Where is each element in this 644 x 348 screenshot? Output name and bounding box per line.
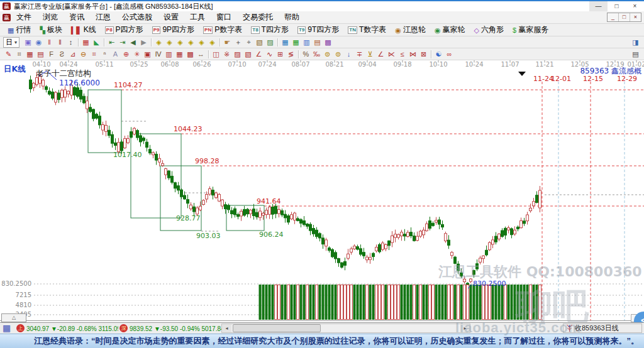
scroll-left-icon[interactable]: ◂ bbox=[222, 324, 231, 332]
draw-tool-17[interactable]: ▩ bbox=[185, 49, 196, 59]
draw-tool-23[interactable]: ▧ bbox=[243, 49, 253, 59]
draw-tool-34[interactable]: ∓ bbox=[354, 49, 365, 59]
toolbar-button-4[interactable]: P99P四方形 bbox=[148, 24, 199, 35]
draw-tool-24[interactable]: ∠ bbox=[253, 49, 264, 59]
draw-tool-20[interactable]: ◫ bbox=[211, 49, 221, 59]
toolbar-button-9[interactable]: ◉江恩轮 bbox=[391, 24, 430, 35]
chart-tool-16[interactable]: ◈ bbox=[175, 37, 186, 47]
chart-tool-22[interactable]: ＋ bbox=[233, 37, 243, 47]
toolbar-button-5[interactable]: PNP数字表 bbox=[199, 24, 247, 35]
menu-item-8[interactable]: 交易委托 bbox=[237, 12, 279, 23]
chart-tool-11[interactable]: ◀ bbox=[128, 37, 138, 47]
draw-tool-8[interactable]: ⌗ bbox=[89, 49, 99, 59]
chart-tool-7[interactable]: ◣ bbox=[91, 37, 102, 47]
toolbar-button-7[interactable]: T99T四方形 bbox=[293, 24, 343, 35]
menu-item-1[interactable]: 浏览 bbox=[37, 12, 64, 23]
menu-item-5[interactable]: 设置 bbox=[158, 12, 184, 23]
keyboard-icon[interactable]: ▦ bbox=[3, 323, 11, 334]
draw-tool-12[interactable]: ✳ bbox=[131, 49, 142, 59]
toolbar-button-6[interactable]: T8T四方形 bbox=[247, 24, 293, 35]
draw-tool-36[interactable]: ∠ bbox=[375, 49, 386, 59]
kline-chart-canvas[interactable]: 830.250072154810240504-1004-2405-1105-25… bbox=[0, 60, 644, 322]
draw-tool-31[interactable]: ⊜ bbox=[322, 49, 333, 59]
draw-tool-14[interactable]: Ⅳ bbox=[153, 49, 164, 59]
draw-tool-7[interactable]: ⊖ bbox=[78, 49, 89, 59]
draw-tool-40[interactable]: ⊠ bbox=[418, 49, 429, 59]
chart-tool-12[interactable]: ▶ bbox=[138, 37, 149, 47]
scrollbar-track[interactable] bbox=[231, 324, 460, 332]
draw-tool-10[interactable]: A bbox=[110, 49, 121, 59]
draw-tool-15[interactable]: ▥ bbox=[164, 49, 174, 59]
draw-tool-38[interactable]: ≤ bbox=[397, 49, 408, 59]
draw-tool-5[interactable]: Ƨ bbox=[57, 49, 67, 59]
scroll-right-icon[interactable]: ▸ bbox=[460, 324, 470, 332]
draw-tool-35[interactable]: ⊻ bbox=[365, 49, 375, 59]
draw-tool-11[interactable]: ⊕ bbox=[121, 49, 131, 59]
draw-tool-30[interactable]: ‰ bbox=[311, 49, 322, 59]
chart-toolbar-right-icon[interactable]: ◨ bbox=[630, 37, 641, 47]
draw-tool-13[interactable]: ▣ bbox=[142, 49, 153, 59]
toolbar-button-3[interactable]: P8P四方形 bbox=[101, 24, 148, 35]
toolbar-button-11[interactable]: ◇六角形 bbox=[470, 24, 508, 35]
chart-tool-3[interactable]: ‖ bbox=[55, 37, 65, 47]
chart-tool-15[interactable]: ◈ bbox=[164, 37, 175, 47]
draw-tool-33[interactable]: ↓ bbox=[343, 49, 354, 59]
draw-tool-22[interactable]: ▨ bbox=[232, 49, 243, 59]
chart-tool-0[interactable]: ▣ bbox=[23, 37, 33, 47]
draw-tool-27[interactable]: ≶ bbox=[286, 49, 296, 59]
chart-tool-27[interactable]: ▦ bbox=[280, 37, 291, 47]
toolbar-button-0[interactable]: ▦行情 bbox=[3, 24, 35, 35]
horizontal-scrollbar[interactable]: ◂ ▸ bbox=[221, 324, 470, 333]
draw-tool-25[interactable]: ∿ bbox=[264, 49, 275, 59]
menu-item-3[interactable]: 江恩 bbox=[90, 12, 116, 23]
mdi-restore-button[interactable]: □ bbox=[618, 13, 630, 21]
draw-tool-37[interactable]: ⋉ bbox=[386, 49, 397, 59]
scrollbar-thumb[interactable] bbox=[233, 324, 321, 332]
mdi-close-button[interactable]: × bbox=[630, 13, 641, 21]
draw-tool-3[interactable]: ▤ bbox=[35, 49, 46, 59]
chart-tool-2[interactable]: ‖ bbox=[44, 37, 55, 47]
chart-tool-14[interactable]: ◈ bbox=[153, 37, 164, 47]
chart-tool-24[interactable]: ▧ bbox=[254, 37, 265, 47]
menu-item-4[interactable]: 公式选股 bbox=[116, 12, 158, 23]
menu-item-7[interactable]: 窗口 bbox=[211, 12, 237, 23]
toolbar-button-1[interactable]: ▚板块 bbox=[35, 24, 66, 35]
menu-item-0[interactable]: 文件 bbox=[11, 12, 37, 23]
chart-tool-1[interactable]: ◉ bbox=[33, 37, 44, 47]
draw-tool-21[interactable]: ※ bbox=[221, 49, 232, 59]
maximize-button[interactable]: □ bbox=[608, 1, 626, 11]
chart-tool-10[interactable]: ⇥ bbox=[117, 37, 128, 47]
draw-tool-2[interactable]: ▦ bbox=[25, 49, 35, 59]
toolbar-button-8[interactable]: TNT数字表 bbox=[343, 24, 391, 35]
chart-tool-28[interactable]: ▦ bbox=[291, 37, 301, 47]
menu-item-2[interactable]: 资讯 bbox=[64, 12, 90, 23]
toolbar-button-12[interactable]: $赢家服务 bbox=[508, 24, 553, 35]
mdi-minimize-button[interactable]: _ bbox=[608, 13, 618, 21]
menu-item-6[interactable]: 工具 bbox=[184, 12, 211, 23]
close-button[interactable]: × bbox=[626, 1, 644, 11]
chart-tool-29[interactable]: ▥ bbox=[301, 37, 312, 47]
toolbar-button-10[interactable]: ◉赢家轮 bbox=[430, 24, 470, 35]
chart-tool-21[interactable]: ☛ bbox=[222, 37, 233, 47]
menu-item-9[interactable]: 帮助 bbox=[279, 12, 305, 23]
minimize-button[interactable]: — bbox=[589, 1, 608, 11]
drawing-toolbar-right-icon[interactable]: ▤ bbox=[630, 49, 641, 59]
draw-tool-6[interactable]: ⊿ bbox=[67, 49, 78, 59]
draw-tool-39[interactable]: ⋈ bbox=[408, 49, 418, 59]
chart-tool-6[interactable]: ▦ bbox=[80, 37, 91, 47]
draw-tool-32[interactable]: ⊜ bbox=[333, 49, 343, 59]
period-dropdown[interactable]: 日 ▾ bbox=[3, 37, 19, 48]
panel-toggle-button[interactable]: △ bbox=[1, 313, 26, 322]
draw-tool-1[interactable]: ⌗ bbox=[14, 49, 25, 59]
draw-tool-16[interactable]: ▦ bbox=[174, 49, 185, 59]
draw-tool-18[interactable]: ↔ bbox=[196, 49, 206, 59]
draw-tool-4[interactable]: F bbox=[46, 49, 57, 59]
chart-tool-9[interactable]: ⇤ bbox=[106, 37, 117, 47]
chart-tool-25[interactable]: ▨ bbox=[265, 37, 275, 47]
draw-tool-0[interactable]: ✎ bbox=[3, 49, 14, 59]
draw-tool-26[interactable]: ⊞ bbox=[275, 49, 286, 59]
draw-tool-9[interactable]: ⁿ bbox=[99, 49, 110, 59]
toolbar-button-2[interactable]: ▍▋K线 bbox=[67, 24, 101, 35]
draw-tool-43[interactable]: ∞ bbox=[444, 49, 455, 59]
chart-tool-4[interactable]: ↕ bbox=[65, 37, 76, 47]
